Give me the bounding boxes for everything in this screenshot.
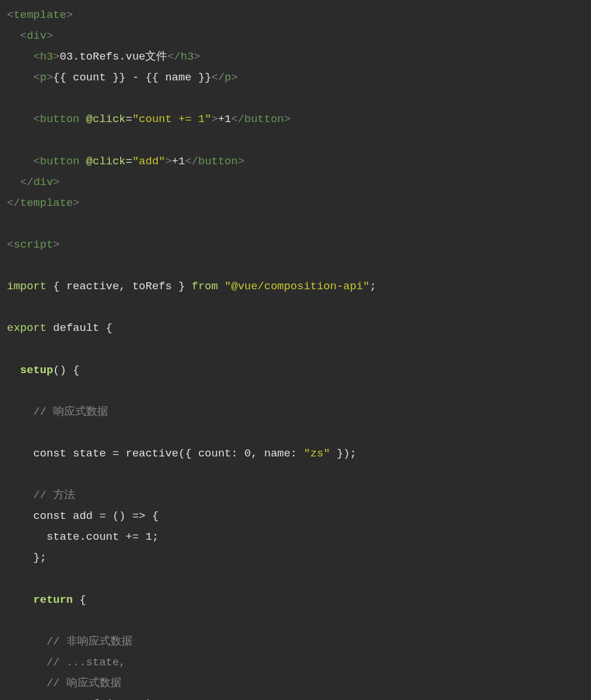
- bracket: >: [165, 155, 172, 168]
- bracket: >: [73, 197, 79, 209]
- keyword-import: import: [7, 280, 46, 293]
- code-line: return {: [7, 590, 584, 610]
- equals: =: [112, 447, 119, 460]
- code-line: ...toRefs(state),: [7, 694, 584, 700]
- space: [67, 510, 73, 522]
- property: name: [264, 447, 291, 460]
- space: [79, 113, 86, 126]
- comma: ,: [251, 447, 264, 460]
- bracket: </: [231, 113, 245, 126]
- bracket: >: [53, 50, 60, 63]
- quote: ": [224, 280, 231, 293]
- brace: {: [145, 510, 158, 522]
- text: +1: [218, 113, 231, 126]
- parens: (): [106, 510, 132, 522]
- space: [93, 510, 99, 522]
- code-line: <button @click="add">+1</button>: [7, 151, 584, 172]
- method-setup: setup: [20, 364, 53, 377]
- code-line: [7, 422, 584, 443]
- code-line: [7, 297, 584, 318]
- bracket: <: [34, 71, 40, 84]
- tag-name: script: [13, 238, 53, 251]
- identifier: state: [46, 530, 79, 543]
- code-line: [7, 130, 584, 151]
- tag-name: p: [40, 71, 46, 84]
- keyword-const: const: [34, 447, 67, 460]
- code-line: setup() {: [7, 360, 584, 381]
- keyword-const: const: [34, 510, 67, 522]
- code-line: [7, 255, 584, 276]
- tag-name: div: [27, 30, 46, 42]
- code-line: <template>: [7, 5, 584, 25]
- number: 0: [245, 447, 251, 460]
- bracket: >: [46, 71, 53, 84]
- code-line: // 响应式数据: [7, 401, 584, 422]
- identifier: reactive: [67, 280, 119, 293]
- equals: =: [125, 155, 132, 168]
- bracket: </: [211, 71, 224, 84]
- brace-close: };: [34, 551, 47, 564]
- space: [67, 447, 73, 460]
- code-line: [7, 339, 584, 360]
- tag-name: h3: [180, 50, 194, 63]
- bracket: >: [238, 155, 244, 168]
- string: zs: [311, 447, 324, 460]
- code-line: // 响应式数据: [7, 673, 584, 694]
- arrow: =>: [132, 510, 146, 522]
- paren: ({: [178, 447, 198, 460]
- quote: ": [205, 113, 211, 126]
- code-line: const add = () => {: [7, 506, 584, 526]
- equals: =: [125, 113, 132, 126]
- attr-value: add: [139, 155, 158, 168]
- bracket: </: [7, 197, 20, 209]
- identifier: toRefs: [132, 280, 172, 293]
- keyword-return: return: [34, 594, 73, 606]
- code-line: [7, 610, 584, 631]
- number: 1: [145, 530, 152, 543]
- tag-name: button: [40, 113, 79, 126]
- quote: ": [323, 447, 330, 460]
- code-line: [7, 88, 584, 109]
- bracket: >: [53, 238, 60, 251]
- bracket: >: [212, 113, 218, 126]
- bracket: <: [34, 113, 40, 126]
- bracket: </: [20, 176, 34, 189]
- bracket: <: [34, 155, 40, 168]
- function-name: toRefs: [67, 698, 106, 700]
- comment: // 响应式数据: [46, 677, 121, 690]
- tag-name: button: [245, 113, 284, 126]
- code-line: import { reactive, toRefs } from "@vue/c…: [7, 276, 584, 297]
- code-line: // 非响应式数据: [7, 631, 584, 652]
- code-line: <h3>03.toRefs.vue文件</h3>: [7, 46, 584, 67]
- property: count: [198, 447, 231, 460]
- code-line: [7, 464, 584, 485]
- attribute: @click: [86, 113, 125, 126]
- paren: ),: [145, 698, 158, 700]
- quote: ": [304, 447, 310, 460]
- tag-name: template: [20, 197, 73, 209]
- tag-name: div: [34, 176, 53, 189]
- bracket: </: [167, 50, 180, 63]
- bracket: <: [34, 50, 40, 63]
- code-line: [7, 569, 584, 590]
- bracket: </: [185, 155, 198, 168]
- space: [218, 280, 224, 293]
- colon: :: [231, 447, 245, 460]
- code-line: // ...state,: [7, 652, 584, 673]
- attribute: @click: [86, 155, 125, 168]
- paren: });: [330, 447, 357, 460]
- quote: ": [158, 155, 165, 168]
- brace: {: [46, 280, 66, 293]
- colon: :: [290, 447, 304, 460]
- keyword-from: from: [191, 280, 218, 293]
- semicolon: ;: [370, 280, 376, 293]
- quote: ": [363, 280, 370, 293]
- bracket: >: [284, 113, 290, 126]
- string: @vue/composition-api: [231, 280, 363, 293]
- keyword-export: export: [7, 322, 46, 334]
- code-line: <button @click="count += 1">+1</button>: [7, 109, 584, 130]
- bracket: >: [231, 71, 238, 84]
- bracket: >: [46, 30, 53, 42]
- equals: =: [99, 510, 106, 522]
- code-line: </div>: [7, 172, 584, 193]
